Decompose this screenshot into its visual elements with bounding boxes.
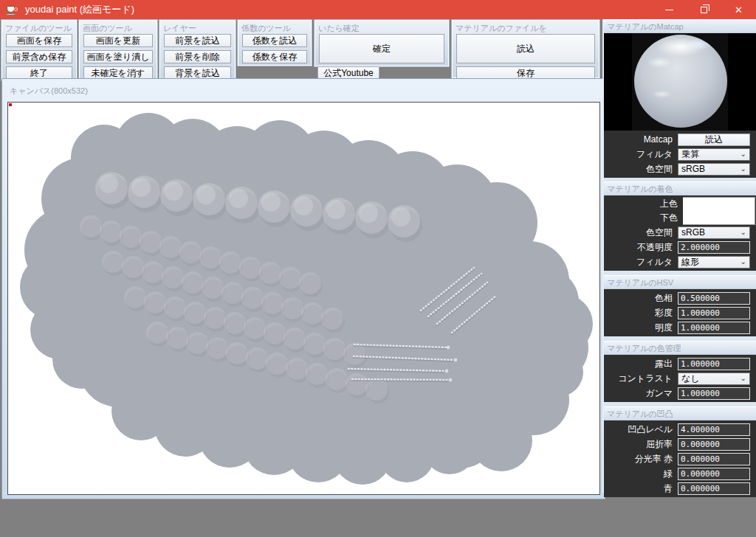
panel-screen-tools: 画面のツール 画面を更新 画面を塗り潰し 未確定を消す bbox=[79, 20, 157, 80]
panel-coefficient-tools: 係数のツール 係数を読込 係数を保存 bbox=[238, 20, 312, 66]
value-label: 明度 bbox=[604, 322, 678, 334]
restore-icon bbox=[701, 7, 707, 13]
coloring-section: マテリアルの着色 上色 下色 色空間 sRGB ⌄ 不透明度 2.000000 bbox=[604, 181, 756, 271]
exposure-input[interactable]: 1.000000 bbox=[678, 358, 750, 370]
spectral-blue-input[interactable]: 0.000000 bbox=[678, 482, 750, 495]
panel-title: 係数のツール bbox=[238, 21, 311, 34]
cup-icon bbox=[5, 13, 16, 15]
matcap-sphere-image bbox=[634, 35, 727, 128]
close-icon: ✕ bbox=[735, 5, 743, 15]
delete-foreground-button[interactable]: 前景を削除 bbox=[164, 50, 231, 63]
coloring-colorspace-label: 色空間 bbox=[604, 226, 678, 239]
panel-material-file: マテリアルのファイルを 読込 保存 bbox=[452, 20, 599, 78]
upper-color-label: 上色 bbox=[604, 197, 683, 211]
panel-title: レイヤー bbox=[160, 21, 235, 34]
close-button[interactable]: ✕ bbox=[721, 0, 756, 19]
color-management-section: マテリアルの色管理 露出 1.000000 コントラスト なし ⌄ ガンマ 1.… bbox=[604, 341, 756, 402]
refraction-label: 屈折率 bbox=[604, 438, 678, 451]
matcap-label: Matcap bbox=[604, 134, 678, 145]
spectral-green-input[interactable]: 0.000000 bbox=[678, 468, 750, 480]
coloring-filter-select[interactable]: 線形 ⌄ bbox=[678, 256, 750, 268]
contrast-label: コントラスト bbox=[604, 373, 678, 385]
panel-layer: レイヤー 前景を読込 前景を削除 背景を読込 bbox=[159, 20, 236, 80]
save-coefficient-button[interactable]: 係数を保存 bbox=[242, 50, 307, 63]
save-screen-button[interactable]: 画面を保存 bbox=[6, 34, 72, 47]
saturation-label: 彩度 bbox=[604, 307, 678, 319]
matcap-colorspace-value: sRGB bbox=[681, 164, 705, 174]
load-coefficient-button[interactable]: 係数を読込 bbox=[242, 34, 307, 47]
minimize-button[interactable] bbox=[652, 0, 687, 19]
opacity-input[interactable]: 2.000000 bbox=[678, 241, 750, 254]
gamma-input[interactable]: 1.000000 bbox=[678, 387, 750, 400]
chevron-down-icon: ⌄ bbox=[740, 150, 746, 158]
confirm-button[interactable]: 確定 bbox=[319, 34, 444, 63]
panel-confirm: いたら確定 確定 bbox=[315, 20, 449, 66]
coloring-filter-value: 線形 bbox=[681, 256, 699, 268]
panel-title: 画面のツール bbox=[80, 21, 157, 34]
refraction-input[interactable]: 0.000000 bbox=[678, 438, 750, 451]
saturation-input[interactable]: 1.000000 bbox=[678, 307, 750, 319]
bump-section: マテリアルの凹凸 凹凸レベル 4.000000 屈折率 0.000000 分光率… bbox=[604, 406, 756, 497]
matcap-filter-value: 乗算 bbox=[681, 148, 699, 161]
contrast-value: なし bbox=[681, 373, 700, 385]
panel-title: ファイルのツール bbox=[2, 21, 76, 34]
gamma-label: ガンマ bbox=[604, 387, 678, 400]
load-foreground-button[interactable]: 前景を読込 bbox=[164, 34, 231, 47]
bump-section-header: マテリアルの凹凸 bbox=[604, 406, 756, 420]
coloring-filter-label: フィルタ bbox=[604, 256, 678, 268]
canvas-window-title: キャンバス(800x532) bbox=[10, 86, 88, 97]
hue-label: 色相 bbox=[604, 292, 678, 305]
matcap-preview bbox=[604, 33, 756, 131]
matcap-filter-label: フィルタ bbox=[604, 148, 678, 161]
bump-level-input[interactable]: 4.000000 bbox=[678, 423, 750, 436]
matcap-colorspace-select[interactable]: sRGB ⌄ bbox=[678, 163, 750, 176]
save-with-foreground-button[interactable]: 前景含め保存 bbox=[6, 50, 72, 63]
chevron-down-icon: ⌄ bbox=[740, 165, 746, 173]
coloring-section-header: マテリアルの着色 bbox=[604, 181, 756, 195]
matcap-colorspace-label: 色空間 bbox=[604, 163, 678, 176]
exposure-label: 露出 bbox=[604, 358, 678, 370]
value-input[interactable]: 1.000000 bbox=[678, 322, 750, 334]
drawing-canvas[interactable] bbox=[7, 102, 600, 495]
spectral-red-label: 分光率 赤 bbox=[604, 453, 678, 465]
refresh-screen-button[interactable]: 画面を更新 bbox=[83, 34, 153, 47]
matcap-load-button[interactable]: 読込 bbox=[678, 134, 750, 146]
matcap-filter-select[interactable]: 乗算 ⌄ bbox=[678, 148, 750, 161]
contrast-select[interactable]: なし ⌄ bbox=[678, 373, 750, 385]
fill-screen-button[interactable]: 画面を塗り潰し bbox=[83, 50, 153, 63]
material-load-button[interactable]: 読込 bbox=[456, 34, 595, 63]
hsv-section-header: マテリアルのHSV bbox=[604, 275, 756, 289]
spectral-green-label: 緑 bbox=[604, 468, 678, 480]
matcap-section: マテリアルのMatcap Matcap 読込 フィルタ 乗算 ⌄ 色空間 sRG… bbox=[604, 19, 756, 178]
panel-title: いたら確定 bbox=[315, 21, 448, 34]
coloring-colorspace-value: sRGB bbox=[681, 227, 705, 238]
chevron-down-icon: ⌄ bbox=[740, 375, 746, 382]
titlebar: youdai paint (絵画モード) ✕ bbox=[0, 0, 756, 19]
hsv-section: マテリアルのHSV 色相 0.500000 彩度 1.000000 明度 1.0… bbox=[604, 275, 756, 336]
lower-color-label: 下色 bbox=[604, 211, 683, 225]
spectral-red-input[interactable]: 0.000000 bbox=[678, 453, 750, 465]
color-management-header: マテリアルの色管理 bbox=[604, 341, 756, 355]
minimize-icon bbox=[665, 10, 673, 10]
spectral-blue-label: 青 bbox=[604, 482, 678, 495]
restore-button[interactable] bbox=[687, 0, 721, 19]
matcap-section-header: マテリアルのMatcap bbox=[604, 19, 756, 33]
bump-level-label: 凹凸レベル bbox=[604, 423, 678, 436]
coloring-colorspace-select[interactable]: sRGB ⌄ bbox=[678, 226, 750, 239]
app-icon bbox=[5, 4, 18, 15]
chevron-down-icon: ⌄ bbox=[740, 258, 746, 266]
canvas-painting[interactable] bbox=[8, 103, 599, 494]
cursor-dot bbox=[9, 103, 12, 106]
panel-file-tools: ファイルのツール 画面を保存 前景含め保存 終了 bbox=[1, 20, 77, 80]
panel-title: マテリアルのファイルを bbox=[453, 21, 599, 34]
chevron-down-icon: ⌄ bbox=[740, 229, 746, 236]
hue-input[interactable]: 0.500000 bbox=[678, 292, 750, 305]
material-panel: マテリアルのMatcap Matcap 読込 フィルタ 乗算 ⌄ 色空間 sRG… bbox=[602, 19, 756, 493]
canvas-window: キャンバス(800x532) bbox=[1, 78, 605, 499]
window-title: youdai paint (絵画モード) bbox=[25, 3, 134, 16]
color-swatch[interactable] bbox=[683, 197, 755, 225]
opacity-label: 不透明度 bbox=[604, 241, 678, 254]
